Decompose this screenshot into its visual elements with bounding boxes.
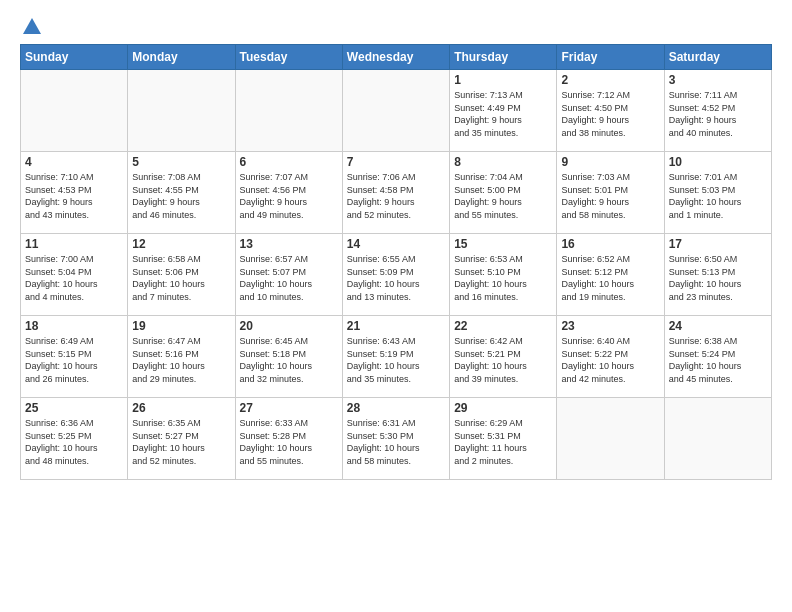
weekday-header-wednesday: Wednesday — [342, 45, 449, 70]
day-number: 4 — [25, 155, 123, 169]
day-number: 27 — [240, 401, 338, 415]
calendar-cell — [557, 398, 664, 480]
day-number: 2 — [561, 73, 659, 87]
day-info: Sunrise: 6:36 AM Sunset: 5:25 PM Dayligh… — [25, 417, 123, 467]
day-number: 15 — [454, 237, 552, 251]
weekday-header-tuesday: Tuesday — [235, 45, 342, 70]
day-info: Sunrise: 6:58 AM Sunset: 5:06 PM Dayligh… — [132, 253, 230, 303]
day-number: 26 — [132, 401, 230, 415]
calendar-cell: 10Sunrise: 7:01 AM Sunset: 5:03 PM Dayli… — [664, 152, 771, 234]
day-number: 29 — [454, 401, 552, 415]
day-info: Sunrise: 7:07 AM Sunset: 4:56 PM Dayligh… — [240, 171, 338, 221]
day-info: Sunrise: 6:45 AM Sunset: 5:18 PM Dayligh… — [240, 335, 338, 385]
calendar-cell: 25Sunrise: 6:36 AM Sunset: 5:25 PM Dayli… — [21, 398, 128, 480]
day-number: 28 — [347, 401, 445, 415]
day-info: Sunrise: 7:01 AM Sunset: 5:03 PM Dayligh… — [669, 171, 767, 221]
calendar-cell: 4Sunrise: 7:10 AM Sunset: 4:53 PM Daylig… — [21, 152, 128, 234]
day-number: 10 — [669, 155, 767, 169]
day-number: 6 — [240, 155, 338, 169]
week-row-1: 1Sunrise: 7:13 AM Sunset: 4:49 PM Daylig… — [21, 70, 772, 152]
logo-icon — [21, 16, 43, 38]
day-number: 7 — [347, 155, 445, 169]
week-row-3: 11Sunrise: 7:00 AM Sunset: 5:04 PM Dayli… — [21, 234, 772, 316]
day-info: Sunrise: 6:47 AM Sunset: 5:16 PM Dayligh… — [132, 335, 230, 385]
page: SundayMondayTuesdayWednesdayThursdayFrid… — [0, 0, 792, 490]
day-number: 16 — [561, 237, 659, 251]
day-number: 3 — [669, 73, 767, 87]
day-info: Sunrise: 6:55 AM Sunset: 5:09 PM Dayligh… — [347, 253, 445, 303]
week-row-5: 25Sunrise: 6:36 AM Sunset: 5:25 PM Dayli… — [21, 398, 772, 480]
day-info: Sunrise: 7:08 AM Sunset: 4:55 PM Dayligh… — [132, 171, 230, 221]
day-info: Sunrise: 6:53 AM Sunset: 5:10 PM Dayligh… — [454, 253, 552, 303]
day-number: 12 — [132, 237, 230, 251]
day-info: Sunrise: 7:11 AM Sunset: 4:52 PM Dayligh… — [669, 89, 767, 139]
calendar-cell: 14Sunrise: 6:55 AM Sunset: 5:09 PM Dayli… — [342, 234, 449, 316]
weekday-header-thursday: Thursday — [450, 45, 557, 70]
calendar-cell: 20Sunrise: 6:45 AM Sunset: 5:18 PM Dayli… — [235, 316, 342, 398]
day-info: Sunrise: 7:00 AM Sunset: 5:04 PM Dayligh… — [25, 253, 123, 303]
week-row-2: 4Sunrise: 7:10 AM Sunset: 4:53 PM Daylig… — [21, 152, 772, 234]
day-number: 19 — [132, 319, 230, 333]
day-info: Sunrise: 7:06 AM Sunset: 4:58 PM Dayligh… — [347, 171, 445, 221]
logo — [20, 16, 43, 34]
day-number: 24 — [669, 319, 767, 333]
day-number: 14 — [347, 237, 445, 251]
weekday-header-saturday: Saturday — [664, 45, 771, 70]
day-info: Sunrise: 6:33 AM Sunset: 5:28 PM Dayligh… — [240, 417, 338, 467]
calendar-cell — [128, 70, 235, 152]
calendar-cell: 5Sunrise: 7:08 AM Sunset: 4:55 PM Daylig… — [128, 152, 235, 234]
weekday-header-row: SundayMondayTuesdayWednesdayThursdayFrid… — [21, 45, 772, 70]
day-info: Sunrise: 6:29 AM Sunset: 5:31 PM Dayligh… — [454, 417, 552, 467]
day-info: Sunrise: 6:50 AM Sunset: 5:13 PM Dayligh… — [669, 253, 767, 303]
calendar-cell — [235, 70, 342, 152]
calendar-cell: 6Sunrise: 7:07 AM Sunset: 4:56 PM Daylig… — [235, 152, 342, 234]
calendar-cell: 28Sunrise: 6:31 AM Sunset: 5:30 PM Dayli… — [342, 398, 449, 480]
day-info: Sunrise: 6:43 AM Sunset: 5:19 PM Dayligh… — [347, 335, 445, 385]
svg-marker-0 — [23, 18, 41, 34]
calendar-cell: 12Sunrise: 6:58 AM Sunset: 5:06 PM Dayli… — [128, 234, 235, 316]
day-info: Sunrise: 6:52 AM Sunset: 5:12 PM Dayligh… — [561, 253, 659, 303]
calendar-cell: 17Sunrise: 6:50 AM Sunset: 5:13 PM Dayli… — [664, 234, 771, 316]
day-number: 11 — [25, 237, 123, 251]
day-info: Sunrise: 7:03 AM Sunset: 5:01 PM Dayligh… — [561, 171, 659, 221]
day-info: Sunrise: 6:49 AM Sunset: 5:15 PM Dayligh… — [25, 335, 123, 385]
calendar-cell: 13Sunrise: 6:57 AM Sunset: 5:07 PM Dayli… — [235, 234, 342, 316]
calendar-cell: 21Sunrise: 6:43 AM Sunset: 5:19 PM Dayli… — [342, 316, 449, 398]
calendar-cell: 15Sunrise: 6:53 AM Sunset: 5:10 PM Dayli… — [450, 234, 557, 316]
calendar-cell: 1Sunrise: 7:13 AM Sunset: 4:49 PM Daylig… — [450, 70, 557, 152]
calendar-cell — [21, 70, 128, 152]
calendar-cell: 7Sunrise: 7:06 AM Sunset: 4:58 PM Daylig… — [342, 152, 449, 234]
day-number: 17 — [669, 237, 767, 251]
calendar-cell: 19Sunrise: 6:47 AM Sunset: 5:16 PM Dayli… — [128, 316, 235, 398]
day-number: 9 — [561, 155, 659, 169]
calendar-cell: 3Sunrise: 7:11 AM Sunset: 4:52 PM Daylig… — [664, 70, 771, 152]
day-number: 8 — [454, 155, 552, 169]
day-info: Sunrise: 6:57 AM Sunset: 5:07 PM Dayligh… — [240, 253, 338, 303]
day-number: 25 — [25, 401, 123, 415]
calendar-cell: 9Sunrise: 7:03 AM Sunset: 5:01 PM Daylig… — [557, 152, 664, 234]
calendar-cell: 23Sunrise: 6:40 AM Sunset: 5:22 PM Dayli… — [557, 316, 664, 398]
day-number: 18 — [25, 319, 123, 333]
calendar-cell: 24Sunrise: 6:38 AM Sunset: 5:24 PM Dayli… — [664, 316, 771, 398]
calendar-cell: 26Sunrise: 6:35 AM Sunset: 5:27 PM Dayli… — [128, 398, 235, 480]
calendar-cell: 8Sunrise: 7:04 AM Sunset: 5:00 PM Daylig… — [450, 152, 557, 234]
day-info: Sunrise: 7:10 AM Sunset: 4:53 PM Dayligh… — [25, 171, 123, 221]
calendar-cell — [342, 70, 449, 152]
day-info: Sunrise: 6:40 AM Sunset: 5:22 PM Dayligh… — [561, 335, 659, 385]
calendar-cell: 29Sunrise: 6:29 AM Sunset: 5:31 PM Dayli… — [450, 398, 557, 480]
weekday-header-friday: Friday — [557, 45, 664, 70]
day-info: Sunrise: 6:38 AM Sunset: 5:24 PM Dayligh… — [669, 335, 767, 385]
day-info: Sunrise: 7:13 AM Sunset: 4:49 PM Dayligh… — [454, 89, 552, 139]
week-row-4: 18Sunrise: 6:49 AM Sunset: 5:15 PM Dayli… — [21, 316, 772, 398]
calendar-cell — [664, 398, 771, 480]
calendar-cell: 18Sunrise: 6:49 AM Sunset: 5:15 PM Dayli… — [21, 316, 128, 398]
header-area — [20, 16, 772, 34]
calendar-cell: 2Sunrise: 7:12 AM Sunset: 4:50 PM Daylig… — [557, 70, 664, 152]
calendar-cell: 16Sunrise: 6:52 AM Sunset: 5:12 PM Dayli… — [557, 234, 664, 316]
weekday-header-monday: Monday — [128, 45, 235, 70]
day-number: 5 — [132, 155, 230, 169]
day-number: 23 — [561, 319, 659, 333]
calendar: SundayMondayTuesdayWednesdayThursdayFrid… — [20, 44, 772, 480]
day-info: Sunrise: 6:42 AM Sunset: 5:21 PM Dayligh… — [454, 335, 552, 385]
day-info: Sunrise: 7:04 AM Sunset: 5:00 PM Dayligh… — [454, 171, 552, 221]
